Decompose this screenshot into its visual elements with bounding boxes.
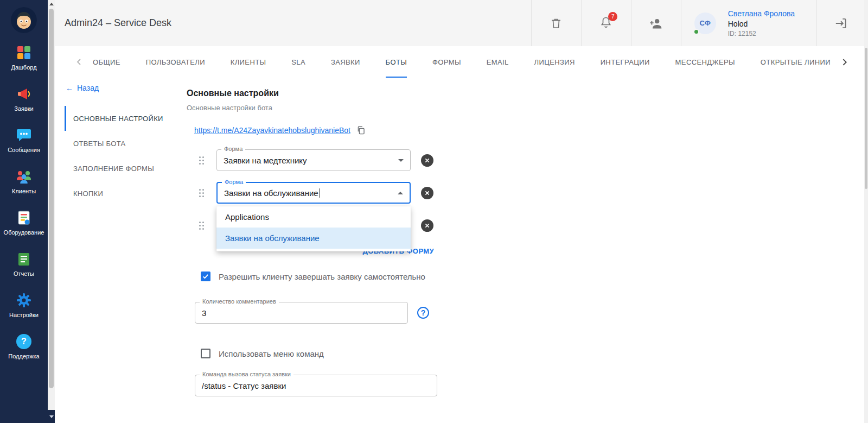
scroll-down-arrow[interactable] — [48, 410, 55, 423]
page-title: Основные настройки — [187, 89, 864, 98]
notifications-button[interactable]: 7 — [581, 0, 631, 46]
sidebar-item-equipment[interactable]: Оборудование — [0, 201, 48, 243]
subnav-item-bot-answers[interactable]: ОТВЕТЫ БОТА — [65, 131, 187, 156]
allow-finish-row: Разрешить клиенту завершать заявку самос… — [201, 272, 864, 281]
user-menu[interactable]: СФ Светлана Фролова Holod ID: 12152 — [681, 0, 816, 46]
status-command-row: Команда вызова статуса заявки /status - … — [195, 375, 864, 396]
form-select-1[interactable]: Форма Заявки на медтехнику — [216, 149, 411, 171]
remove-form-button[interactable] — [421, 187, 433, 199]
tab-clients[interactable]: КЛИЕНТЫ — [231, 46, 266, 78]
field-value: 3 — [202, 308, 206, 318]
drag-handle-icon[interactable] — [199, 222, 204, 230]
tab-license[interactable]: ЛИЦЕНЗИЯ — [534, 46, 575, 78]
copy-link-button[interactable] — [356, 125, 366, 135]
sidebar-item-dashboard[interactable]: Дашборд — [0, 36, 48, 78]
bot-settings-panel: Основные настройки Основные настройки бо… — [187, 78, 864, 423]
sidebar: Дашборд Заявки Сообщения Клиенты Оборудо — [0, 0, 48, 423]
field-value: Заявки на медтехнику — [224, 156, 307, 165]
field-value: /status - Статус заявки — [202, 381, 286, 390]
tab-sla[interactable]: SLA — [291, 46, 305, 78]
tab-email[interactable]: EMAIL — [487, 46, 509, 78]
close-icon — [425, 191, 430, 195]
sidebar-item-label: Заявки — [14, 105, 34, 112]
tab-bots[interactable]: БОТЫ — [386, 46, 407, 78]
sidebar-item-label: Дашборд — [11, 64, 36, 71]
status-command-input[interactable]: Команда вызова статуса заявки /status - … — [195, 375, 437, 396]
tabs-scroll-right[interactable] — [835, 46, 853, 78]
drag-handle-icon[interactable] — [199, 189, 204, 197]
page-scrollbar-thumb[interactable] — [865, 48, 867, 189]
text-cursor — [320, 188, 321, 198]
megaphone-icon — [16, 86, 32, 102]
back-link[interactable]: ← Назад — [66, 84, 99, 92]
chevron-right-icon — [840, 58, 848, 66]
field-label: Форма — [221, 146, 245, 152]
form-row-1: Форма Заявки на медтехнику — [199, 149, 434, 171]
sidebar-item-label: Настройки — [9, 312, 39, 318]
header-actions: 7 СФ Светлана Фролова — [531, 0, 864, 46]
tab-general[interactable]: ОБЩИЕ — [93, 46, 120, 78]
sidebar-item-support[interactable]: ? Поддержка — [0, 325, 48, 367]
form-select-dropdown: Applications Заявки на обслуживание — [216, 206, 411, 251]
sidebar-item-clients[interactable]: Клиенты — [0, 160, 48, 201]
app-root: Дашборд Заявки Сообщения Клиенты Оборудо — [0, 0, 868, 423]
scroll-up-arrow[interactable] — [48, 0, 55, 8]
trash-button[interactable] — [531, 0, 581, 46]
tab-users[interactable]: ПОЛЬЗОВАТЕЛИ — [146, 46, 205, 78]
subnav-item-buttons[interactable]: КНОПКИ — [65, 181, 187, 206]
sidebar-item-label: Отчеты — [14, 270, 34, 277]
equipment-list-icon — [16, 210, 32, 226]
add-user-button[interactable] — [631, 0, 681, 46]
close-icon — [425, 158, 430, 163]
people-group-icon — [16, 168, 32, 185]
question-circle-icon: ? — [16, 333, 32, 350]
bot-telegram-link[interactable]: https://t.me/A24Zayavkinatehobslughivani… — [194, 126, 350, 135]
scrollbar-thumb[interactable] — [49, 9, 54, 388]
form-select-2[interactable]: Форма Заявки на обслуживание — [216, 182, 411, 204]
back-arrow-icon: ← — [66, 84, 73, 92]
use-menu-checkbox[interactable] — [201, 349, 210, 358]
allow-finish-label: Разрешить клиенту завершать заявку самос… — [219, 272, 425, 281]
comments-count-input[interactable]: Количество комментариев 3 — [195, 302, 408, 324]
sidebar-item-messages[interactable]: Сообщения — [0, 119, 48, 160]
page-subtitle: Основные настройки бота — [187, 104, 864, 112]
tab-messengers[interactable]: МЕССЕНДЖЕРЫ — [675, 46, 735, 78]
form-select-rows: Форма Заявки на медтехнику Форма — [199, 149, 434, 255]
gear-icon — [16, 292, 32, 308]
copy-icon — [356, 125, 366, 135]
tab-integrations[interactable]: ИНТЕГРАЦИИ — [601, 46, 650, 78]
drag-handle-icon[interactable] — [199, 156, 204, 165]
tab-open-lines[interactable]: ОТКРЫТЫЕ ЛИНИИ — [761, 46, 831, 78]
subnav-item-main-settings[interactable]: ОСНОВНЫЕ НАСТРОЙКИ — [65, 106, 187, 131]
sidebar-user-avatar[interactable] — [11, 7, 37, 33]
use-menu-row: Использовать меню команд — [201, 349, 864, 358]
app-title: Admin24 – Service Desk — [65, 17, 171, 29]
chat-bubble-icon — [16, 127, 32, 143]
remove-form-button[interactable] — [421, 219, 433, 232]
tab-requests[interactable]: ЗАЯВКИ — [331, 46, 360, 78]
sidebar-item-label: Оборудование — [4, 229, 44, 236]
allow-finish-checkbox[interactable] — [201, 272, 210, 281]
dropdown-option-applications[interactable]: Applications — [216, 206, 411, 228]
tabs-scroll-left[interactable] — [70, 46, 88, 78]
subnav-item-form-filling[interactable]: ЗАПОЛНЕНИЕ ФОРМЫ — [65, 156, 187, 181]
dropdown-option-service-requests[interactable]: Заявки на обслуживание — [216, 228, 411, 249]
field-label: Количество комментариев — [200, 298, 279, 305]
sidebar-item-requests[interactable]: Заявки — [0, 78, 48, 119]
help-icon[interactable]: ? — [417, 307, 429, 319]
workspace: ← Назад ОСНОВНЫЕ НАСТРОЙКИ ОТВЕТЫ БОТА З… — [55, 78, 864, 423]
chevron-up-icon — [398, 192, 403, 194]
field-label: Форма — [222, 179, 246, 185]
logout-button[interactable] — [816, 0, 864, 46]
report-doc-icon — [16, 251, 32, 267]
back-label: Назад — [77, 84, 99, 92]
tab-forms[interactable]: ФОРМЫ — [432, 46, 461, 78]
sidebar-item-settings[interactable]: Настройки — [0, 284, 48, 325]
sidebar-item-reports[interactable]: Отчеты — [0, 243, 48, 284]
close-icon — [425, 223, 430, 228]
main-column: Admin24 – Service Desk 7 — [55, 0, 864, 423]
remove-form-button[interactable] — [421, 154, 433, 167]
bot-subnav-column: ← Назад ОСНОВНЫЕ НАСТРОЙКИ ОТВЕТЫ БОТА З… — [55, 78, 187, 423]
sidebar-item-label: Поддержка — [8, 353, 39, 359]
form-row-2: Форма Заявки на обслуживание — [199, 182, 434, 204]
